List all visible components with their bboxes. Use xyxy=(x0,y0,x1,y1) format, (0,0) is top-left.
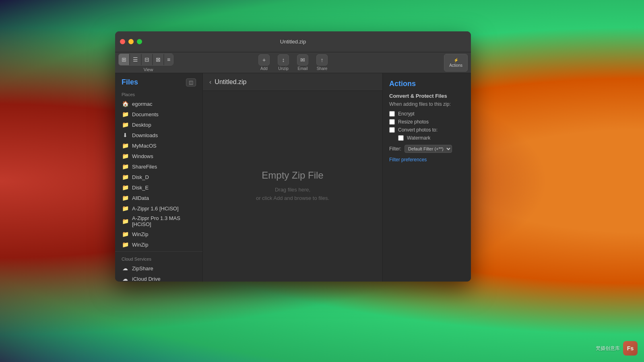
window-title: Untitled.zip xyxy=(280,39,306,45)
sidebar-item-zipshare[interactable]: ☁ ZipShare xyxy=(115,263,202,274)
email-button[interactable]: ✉ Email xyxy=(297,54,308,71)
folder-icon: 📁 xyxy=(122,111,129,118)
sidebar-documents-label: Documents xyxy=(132,111,159,117)
minimize-button[interactable] xyxy=(128,39,134,44)
empty-line2: or click Add and browse to files. xyxy=(256,195,329,201)
traffic-lights xyxy=(120,39,142,44)
folder-icon: 📁 xyxy=(122,241,129,248)
actions-panel-title: Actions xyxy=(389,80,464,88)
sidebar-item-mymacOS[interactable]: 📁 MyMacOS xyxy=(115,140,202,151)
folder-icon: 📁 xyxy=(122,194,129,202)
cloud-section-label: Cloud Services xyxy=(115,253,202,263)
share-button[interactable]: ↑ Share xyxy=(316,54,328,71)
actions-section-title: Convert & Protect Files xyxy=(389,93,464,99)
sidebar-item-azippr16[interactable]: 📁 A-Zippr 1.6 [HCiSO] xyxy=(115,203,202,214)
sidebar-item-alldata[interactable]: 📁 AllData xyxy=(115,193,202,203)
sidebar-item-downloads[interactable]: ⬇ Downloads xyxy=(115,130,202,140)
sidebar-item-desktop[interactable]: 📁 Desktop xyxy=(115,119,202,130)
empty-zip-title: Empty Zip File xyxy=(262,170,323,181)
encrypt-checkbox[interactable] xyxy=(389,111,395,117)
main-area: Files ◫ Places 🏠 egormac 📁 Documents 📁 D… xyxy=(115,73,471,282)
sidebar: Files ◫ Places 🏠 egormac 📁 Documents 📁 D… xyxy=(115,73,203,282)
encrypt-row: Encrypt xyxy=(389,111,464,117)
sidebar-header: Files ◫ xyxy=(115,73,202,89)
actions-panel: Actions Convert & Protect Files When add… xyxy=(382,73,471,282)
toolbar: ⊞ ☰ ⊟ ⊠ ≡ View + Add ↕ Unzip ✉ Email xyxy=(115,52,471,73)
view-details-button[interactable]: ≡ xyxy=(164,54,173,65)
sidebar-desktop-label: Desktop xyxy=(132,122,151,128)
resize-checkbox[interactable] xyxy=(389,119,395,125)
sidebar-icloud-label: iCloud Drive xyxy=(132,276,161,282)
actions-button[interactable]: ⚡ Actions xyxy=(444,54,468,72)
sidebar-zipshare-label: ZipShare xyxy=(132,265,153,272)
watermark-checkbox[interactable] xyxy=(398,135,404,141)
cloud-icon: ☁ xyxy=(122,275,129,282)
view-columns2-button[interactable]: ⊠ xyxy=(153,54,163,65)
convert-row: Convert photos to: xyxy=(389,127,464,133)
folder-icon: 📁 xyxy=(122,184,129,191)
share-label: Share xyxy=(317,66,328,71)
filter-preferences-link[interactable]: Filter preferences xyxy=(389,157,464,162)
close-button[interactable] xyxy=(120,39,125,44)
sidebar-sharefiles-label: ShareFiles xyxy=(132,164,157,170)
sidebar-item-disk-d[interactable]: 📁 Disk_D xyxy=(115,172,202,182)
add-button[interactable]: + Add xyxy=(258,54,270,71)
sidebar-item-azipprpro13[interactable]: 📁 A-Zippr Pro 1.3 MAS [HCiSO] xyxy=(115,214,202,229)
sidebar-item-icloud[interactable]: ☁ iCloud Drive xyxy=(115,274,202,282)
sidebar-egormac-label: egormac xyxy=(132,101,153,107)
convert-label: Convert photos to: xyxy=(398,127,438,133)
downloads-icon: ⬇ xyxy=(122,132,129,139)
filter-row: Filter: Default Filter (+**) No Filter C… xyxy=(389,145,464,153)
view-list-button[interactable]: ☰ xyxy=(130,54,141,65)
maximize-button[interactable] xyxy=(137,39,142,44)
sidebar-mymacOS-label: MyMacOS xyxy=(132,143,157,149)
unzip-button[interactable]: ↕ Unzip xyxy=(278,54,289,71)
home-icon: 🏠 xyxy=(122,100,129,107)
sidebar-winzip2-label: WinZip xyxy=(132,242,148,248)
sidebar-item-documents[interactable]: 📁 Documents xyxy=(115,109,202,119)
title-bar: Untitled.zip xyxy=(115,31,471,52)
sidebar-item-disk-e[interactable]: 📁 Disk_E xyxy=(115,182,202,193)
sidebar-item-windows[interactable]: 📁 Windows xyxy=(115,151,202,161)
sidebar-item-winzip1[interactable]: 📁 WinZip xyxy=(115,229,202,239)
sidebar-winzip1-label: WinZip xyxy=(132,231,148,237)
folder-icon: 📁 xyxy=(122,142,129,149)
brand-text: 梵摄创意库 xyxy=(596,345,620,352)
resize-row: Resize photos xyxy=(389,119,464,125)
folder-icon: 📁 xyxy=(122,205,129,212)
sidebar-item-sharefiles[interactable]: 📁 ShareFiles xyxy=(115,161,202,172)
unzip-icon: ↕ xyxy=(278,54,289,66)
center-header: ‹ Untitled.zip xyxy=(203,73,382,91)
add-icon: + xyxy=(258,54,270,66)
cloud-icon: ☁ xyxy=(122,265,129,272)
back-button[interactable]: ‹ xyxy=(209,78,211,86)
folder-icon: 📁 xyxy=(122,121,129,128)
sidebar-toggle-button[interactable]: ◫ xyxy=(186,78,196,86)
actions-subtitle: When adding files to this zip: xyxy=(389,101,464,107)
filter-select[interactable]: Default Filter (+**) No Filter Custom xyxy=(405,145,452,153)
watermark-label: Watermark xyxy=(407,135,430,141)
folder-icon: 📁 xyxy=(122,218,129,225)
share-icon: ↑ xyxy=(316,54,328,66)
unzip-label: Unzip xyxy=(278,66,289,71)
resize-label: Resize photos xyxy=(398,119,429,125)
center-content: Empty Zip File Drag files here, or click… xyxy=(203,91,382,282)
view-grid-button[interactable]: ⊞ xyxy=(119,54,129,65)
empty-zip-subtitle: Drag files here, or click Add and browse… xyxy=(256,186,329,203)
sidebar-item-egormac[interactable]: 🏠 egormac xyxy=(115,99,202,109)
view-button-group: ⊞ ☰ ⊟ ⊠ ≡ xyxy=(118,53,173,66)
main-window: Untitled.zip ⊞ ☰ ⊟ ⊠ ≡ View + Add ↕ Unzi… xyxy=(115,31,471,282)
center-panel: ‹ Untitled.zip Empty Zip File Drag files… xyxy=(203,73,382,282)
watermark-row: Watermark xyxy=(398,135,464,141)
watermark: 梵摄创意库 Fs xyxy=(596,341,638,356)
sidebar-item-winzip2[interactable]: 📁 WinZip xyxy=(115,239,202,250)
email-icon: ✉ xyxy=(297,54,308,66)
email-label: Email xyxy=(297,66,308,71)
brand-icon: Fs xyxy=(623,341,638,356)
convert-checkbox[interactable] xyxy=(389,127,395,133)
view-label: View xyxy=(144,67,153,72)
empty-line1: Drag files here, xyxy=(275,187,310,193)
brand-icon-text: Fs xyxy=(627,345,634,352)
folder-icon: 📁 xyxy=(122,173,129,181)
view-columns-button[interactable]: ⊟ xyxy=(142,54,152,65)
